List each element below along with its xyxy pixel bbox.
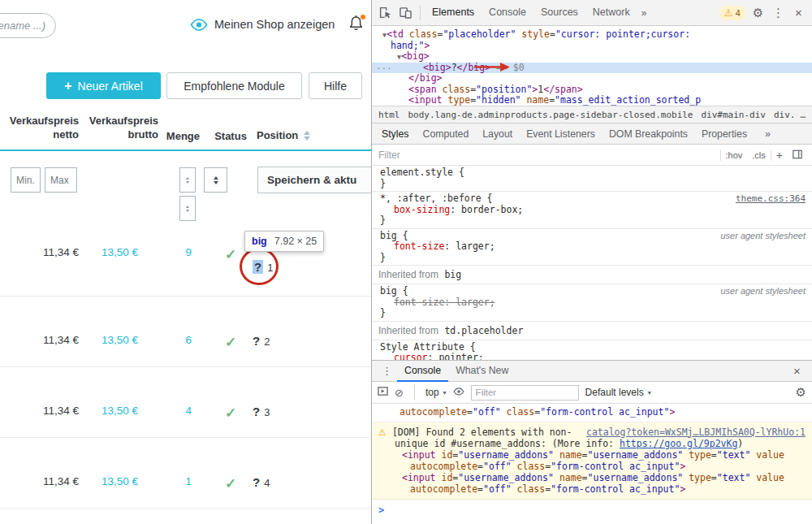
css-property[interactable]: font-size: larger;	[380, 241, 806, 253]
drawer-drag-handle-icon[interactable]: ⋮	[377, 365, 397, 377]
code-line[interactable]: ▼<big>	[372, 51, 812, 63]
console-prompt[interactable]: >	[372, 500, 812, 521]
warning-count: 4	[736, 8, 741, 18]
filter-min-input[interactable]	[11, 167, 41, 193]
help-button[interactable]: Hilfe	[309, 72, 362, 99]
breadcrumb-overflow[interactable]: …	[795, 107, 812, 123]
recommended-modules-button[interactable]: Empfohlene Module	[166, 72, 302, 99]
inspect-element-icon[interactable]	[375, 2, 395, 24]
position-cell[interactable]: ? 4	[253, 475, 270, 489]
code-line[interactable]: autocomplete="off" class="form-control a…	[378, 483, 806, 495]
column-header-status[interactable]: Status	[211, 130, 250, 144]
product-search-input[interactable]	[0, 13, 56, 38]
styles-filter-input[interactable]	[378, 149, 720, 161]
execution-context-selector[interactable]: top ▾	[425, 387, 447, 398]
console-sidebar-toggle-icon[interactable]	[378, 386, 388, 399]
quantity: 6	[159, 334, 192, 346]
console-source-link[interactable]: catalog?token=WxSMj…LBJMIhSA0Q-lYRhUo:1	[586, 427, 806, 438]
css-property[interactable]: cursor: pointer;	[380, 353, 806, 360]
breadcrumb-body[interactable]: body.lang-de.adminproducts.page-sidebar-…	[408, 110, 693, 120]
tab-computed[interactable]: Computed	[423, 128, 469, 140]
code-line[interactable]: <input id="username_addons" name="userna…	[378, 449, 806, 461]
tab-console[interactable]: Console	[482, 0, 533, 26]
tab-layout[interactable]: Layout	[482, 128, 512, 140]
style-rule[interactable]: theme.css:364*, :after, :before {box-siz…	[372, 192, 812, 229]
clear-console-icon[interactable]: ⊘	[395, 387, 404, 399]
position-cell[interactable]: ? 2	[253, 334, 270, 348]
console-message[interactable]: autocomplete="off" class="form-control a…	[372, 404, 812, 422]
console-warning-message[interactable]: ⚠ [DOM] Found 2 elements with non- catal…	[372, 422, 812, 500]
save-and-update-button[interactable]: Speichern & aktu	[257, 167, 371, 193]
issues-warning-badge[interactable]: ⚠ 4	[719, 6, 745, 20]
tab-network[interactable]: Network	[585, 0, 637, 26]
quantity-filter-stepper-max[interactable]	[179, 196, 196, 221]
drawer-tab-whats-new[interactable]: What's New	[448, 361, 516, 382]
tab-elements[interactable]: Elements	[425, 0, 482, 26]
view-shop-link[interactable]: Meinen Shop anzeigen	[190, 18, 335, 31]
toggle-pseudo-states-button[interactable]: :hov	[721, 150, 748, 160]
broken-image-placeholder[interactable]: ?	[253, 334, 260, 348]
code-line[interactable]: hand;">	[372, 41, 812, 52]
column-header-brutto[interactable]: Verkaufspreis brutto	[83, 115, 158, 142]
table-row[interactable]: 11,34 € 13,50 € 1 ✓ ? 4	[0, 475, 371, 508]
more-info-link[interactable]: https://goo.gl/9p2vKg	[620, 438, 737, 449]
console-settings-gear-icon[interactable]: ⚙	[796, 385, 806, 400]
tab-styles[interactable]: Styles	[382, 128, 409, 140]
hidden-siblings-ellipsis[interactable]: ...	[376, 61, 392, 71]
style-rule[interactable]: Style Attribute {cursor: pointer;⚠ curso…	[372, 340, 812, 361]
log-levels-selector[interactable]: Default levels ▾	[585, 387, 651, 398]
style-rule[interactable]: element.style {}	[372, 166, 812, 192]
toggle-classes-button[interactable]: .cls	[747, 150, 771, 160]
column-header-netto[interactable]: Verkaufspreis netto	[3, 115, 79, 142]
style-rule[interactable]: user agent stylesheetbig {font-size: lar…	[372, 229, 812, 266]
price-netto: 11,34 €	[3, 475, 79, 487]
drawer-tab-console[interactable]: Console	[397, 361, 448, 382]
css-property[interactable]: font-size: larger;	[380, 297, 806, 309]
code-line[interactable]: autocomplete="off" class="form-control a…	[378, 407, 806, 418]
filter-max-input[interactable]	[45, 167, 77, 193]
tab-dom-breakpoints[interactable]: DOM Breakpoints	[609, 128, 688, 140]
code-line[interactable]: <big>?</big> == $0	[372, 63, 812, 74]
code-line[interactable]: <input id="username_addons" name="userna…	[378, 472, 806, 483]
more-options-icon[interactable]: ⋮	[768, 2, 788, 24]
position-cell[interactable]: ? 3	[253, 405, 270, 418]
console-filter-input[interactable]	[471, 385, 579, 401]
device-toolbar-icon[interactable]	[395, 2, 416, 24]
close-drawer-icon[interactable]: ×	[787, 361, 807, 382]
code-line[interactable]: </big>	[372, 73, 812, 84]
more-sidebar-tabs-chevron[interactable]: »	[761, 128, 775, 140]
eye-icon	[190, 19, 208, 31]
tab-sources[interactable]: Sources	[533, 0, 585, 26]
close-devtools-icon[interactable]: ×	[788, 2, 809, 24]
chevron-down-icon: ▾	[443, 389, 447, 396]
code-line[interactable]: autocomplete="off" class="form-control a…	[378, 461, 806, 472]
new-article-button[interactable]: + Neuer Artikel	[46, 72, 161, 99]
breadcrumb-main-div[interactable]: div#main-div	[702, 110, 766, 120]
breadcrumb-html[interactable]: html	[378, 110, 400, 120]
tab-event-listeners[interactable]: Event Listeners	[526, 128, 595, 140]
quantity-filter-stepper-min[interactable]	[179, 167, 196, 193]
stylesheet-link[interactable]: theme.css:364	[736, 193, 806, 204]
status-filter-select[interactable]	[204, 167, 227, 193]
new-style-rule-button[interactable]: +	[771, 149, 788, 162]
broken-image-placeholder[interactable]: ?	[253, 475, 260, 489]
broken-image-placeholder[interactable]: ?	[253, 405, 260, 418]
more-tabs-chevron[interactable]: »	[637, 7, 651, 19]
notifications-bell[interactable]	[348, 15, 364, 35]
code-line[interactable]: <span class="position">1</span>	[372, 84, 812, 96]
table-row[interactable]: 11,34 € 13,50 € 6 ✓ ? 2	[0, 334, 371, 366]
style-rule[interactable]: user agent stylesheetbig {font-size: lar…	[372, 284, 812, 322]
styles-panel-toggle-icon[interactable]	[788, 149, 807, 161]
code-line[interactable]: ▼<td class="placeholder" style="cursor: …	[372, 29, 812, 41]
tab-properties[interactable]: Properties	[702, 128, 747, 140]
live-expression-eye-icon[interactable]	[453, 387, 464, 398]
settings-gear-icon[interactable]: ⚙	[748, 2, 768, 24]
table-row[interactable]: 11,34 € 13,50 € 4 ✓ ? 3	[0, 405, 371, 437]
column-header-menge[interactable]: Menge	[159, 130, 200, 144]
css-property[interactable]: box-sizing: border-box;	[380, 205, 806, 216]
column-header-position[interactable]: Position	[257, 129, 310, 143]
sort-icon[interactable]	[304, 131, 310, 141]
toolbar-divider	[414, 385, 415, 400]
status-cell: ✓	[211, 475, 250, 492]
code-line[interactable]: <input type="hidden" name="mass_edit_act…	[372, 95, 812, 106]
